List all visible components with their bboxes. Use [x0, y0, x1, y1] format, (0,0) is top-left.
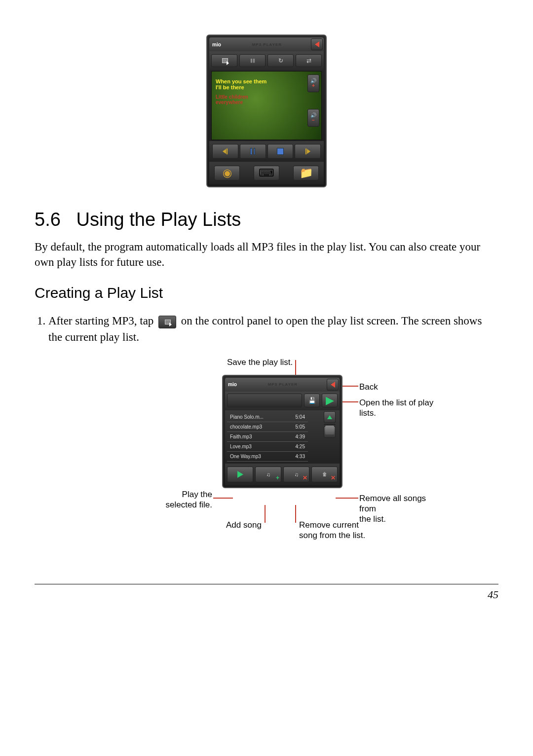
save-playlist-button[interactable]: 💾 [304, 394, 320, 407]
save-icon: 💾 [308, 397, 316, 404]
track-row[interactable]: Faith.mp34:39 [227, 432, 308, 442]
playlist-bottom-controls: ♫+ ♫✕ 🗑✕ [225, 464, 340, 485]
section-title: Using the Play Lists [76, 209, 241, 230]
folder-icon: 📁 [300, 167, 313, 180]
playlist-header: mio MP3 PLAYER [225, 378, 340, 392]
section-heading: 5.6 Using the Play Lists [35, 209, 498, 230]
label-remove-all: Remove all songs from the list. [359, 493, 444, 525]
volume-down-button[interactable]: 🔊− [307, 109, 319, 127]
next-button[interactable] [295, 144, 321, 159]
brand-logo: mio [226, 382, 239, 387]
track-row[interactable]: Piano Solo.m...5:04 [227, 412, 308, 422]
label-back: Back [359, 382, 378, 392]
prev-icon [223, 149, 226, 154]
section-number: 5.6 [35, 209, 61, 230]
play-selected-button[interactable] [227, 467, 253, 482]
scroll-track[interactable] [324, 424, 336, 425]
keyboard-button[interactable]: ⌨ [254, 166, 279, 180]
note-plus-icon: ♫ [266, 471, 270, 477]
list-icon: ▶ [326, 394, 334, 407]
playlist-button-inline[interactable] [158, 316, 176, 328]
pause-button[interactable] [240, 144, 266, 159]
lyric-line-2: I'll be there [216, 84, 317, 90]
label-save: Save the play list. [227, 357, 293, 367]
plus-icon: + [312, 83, 315, 88]
app-title: MP3 PLAYER [223, 42, 311, 47]
equalizer-tab[interactable]: ⦀⦀ [239, 54, 266, 67]
intro-paragraph: By default, the program automatically lo… [35, 239, 498, 270]
track-list[interactable]: Piano Solo.m...5:04 chocolate.mp35:05 Fa… [225, 410, 340, 464]
bottom-controls: ◉ ⌨ 📁 [209, 162, 324, 184]
disc-button[interactable]: ◉ [214, 166, 240, 180]
app-title: MP3 PLAYER [239, 382, 327, 387]
label-add: Add song [226, 520, 262, 530]
disc-icon: ◉ [223, 167, 232, 180]
pause-icon [250, 148, 255, 155]
back-button[interactable] [311, 38, 323, 50]
volume-up-button[interactable]: 🔊+ [307, 74, 319, 92]
repeat-icon: ↻ [278, 57, 283, 65]
track-row[interactable]: chocolate.mp35:05 [227, 422, 308, 432]
step-1-text-a: After starting MP3, tap [48, 315, 153, 327]
back-icon [331, 382, 335, 388]
playlist-toolbar: 💾 ▶ [225, 392, 340, 410]
next-icon [307, 149, 310, 154]
player-header: mio MP3 PLAYER [209, 37, 324, 51]
prev-button[interactable] [212, 144, 238, 159]
playlist-tab[interactable] [211, 54, 237, 67]
chevron-up-icon [327, 415, 332, 419]
lyric-line-3: Little children [216, 94, 317, 100]
playlist-figure: Save the play list. Back Open the list o… [89, 357, 444, 554]
playlist-icon [221, 57, 228, 64]
keyboard-icon: ⌨ [259, 167, 274, 180]
open-playlists-button[interactable]: ▶ [322, 394, 338, 407]
lyric-line-1: When you see them [216, 78, 317, 84]
label-open-list: Open the list of play lists. [359, 397, 444, 419]
stop-icon [277, 148, 284, 155]
repeat-tab[interactable]: ↻ [267, 54, 294, 67]
page-footer: 45 [35, 584, 498, 601]
playlist-device: mio MP3 PLAYER 💾 ▶ Piano Solo.m...5:04 c… [222, 375, 343, 488]
play-icon [237, 471, 243, 478]
track-row[interactable]: Love.mp34:25 [227, 442, 308, 452]
folder-button[interactable]: 📁 [293, 166, 319, 180]
step-1: After starting MP3, tap on the control p… [48, 313, 498, 346]
minus-icon: − [312, 118, 315, 123]
trash-icon: 🗑 [322, 471, 327, 477]
back-icon [315, 41, 319, 47]
shuffle-tab[interactable]: ⇄ [296, 54, 322, 67]
player-device: mio MP3 PLAYER ⦀⦀ ↻ ⇄ When you see them … [206, 35, 327, 187]
steps-list: After starting MP3, tap on the control p… [35, 313, 498, 346]
label-remove-current: Remove current song from the list. [299, 520, 365, 541]
remove-song-button[interactable]: ♫✕ [283, 467, 309, 482]
scroll-up-button[interactable] [324, 411, 336, 423]
brand-logo: mio [210, 42, 223, 47]
subheading: Creating a Play List [35, 285, 498, 301]
transport-controls [209, 141, 324, 162]
remove-all-button[interactable]: 🗑✕ [311, 467, 338, 482]
stop-button[interactable] [267, 144, 294, 159]
scroll-thumb[interactable] [325, 426, 334, 434]
track-row[interactable]: One Way.mp34:33 [227, 452, 308, 462]
now-playing-display: When you see them I'll be there Little c… [211, 71, 322, 140]
player-figure: mio MP3 PLAYER ⦀⦀ ↻ ⇄ When you see them … [35, 35, 498, 187]
lyric-line-4: everywhere [216, 100, 317, 105]
note-x-icon: ♫ [294, 471, 298, 477]
page-number: 45 [488, 588, 498, 601]
mode-tabs: ⦀⦀ ↻ ⇄ [209, 51, 324, 70]
label-play-selected: Play the selected file. [153, 489, 212, 510]
add-song-button[interactable]: ♫+ [255, 467, 281, 482]
equalizer-icon: ⦀⦀ [250, 57, 255, 65]
shuffle-icon: ⇄ [306, 57, 311, 65]
toolbar-spacer [227, 394, 302, 407]
scrollbar[interactable] [324, 411, 335, 438]
back-button[interactable] [327, 379, 339, 391]
playlist-icon [164, 319, 171, 325]
